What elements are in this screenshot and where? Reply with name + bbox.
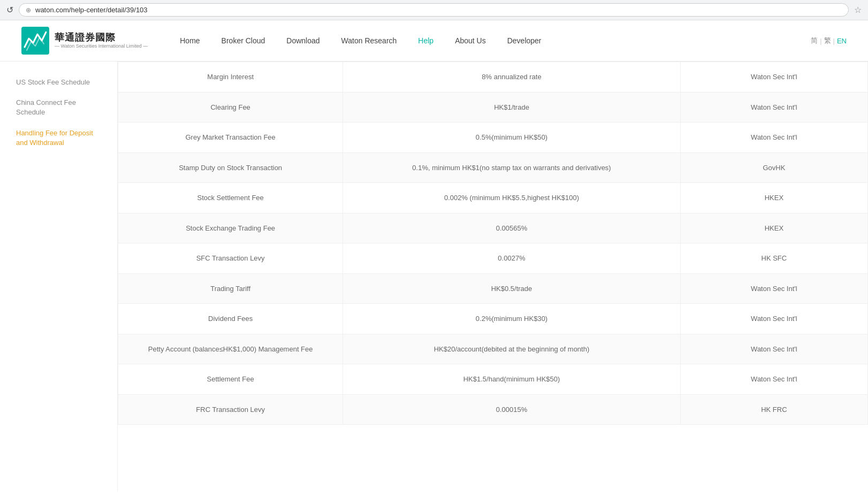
lang-traditional[interactable]: 繁	[824, 36, 831, 45]
rate-cell: HK$0.5/trade	[343, 273, 680, 304]
table-row: FRC Transaction Levy0.00015%HK FRC	[118, 394, 868, 425]
table-row: Stamp Duty on Stock Transaction0.1%, min…	[118, 152, 868, 183]
charged-by-cell: Waton Sec Int'l	[680, 123, 867, 153]
table-row: Grey Market Transaction Fee0.5%(minimum …	[118, 123, 868, 153]
nav-waton-research[interactable]: Waton Research	[341, 36, 397, 45]
rate-cell: 0.1%, minimum HK$1(no stamp tax on warra…	[343, 152, 680, 183]
svg-rect-0	[21, 27, 49, 55]
table-row: Clearing FeeHK$1/tradeWaton Sec Int'l	[118, 92, 868, 123]
table-row: Trading TariffHK$0.5/tradeWaton Sec Int'…	[118, 273, 868, 304]
rate-cell: 0.00015%	[343, 394, 680, 425]
table-row: Stock Settlement Fee0.002% (minimum HK$5…	[118, 183, 868, 213]
charged-by-cell: Waton Sec Int'l	[680, 334, 867, 364]
charged-by-cell: Waton Sec Int'l	[680, 92, 867, 123]
fee-type-cell: FRC Transaction Levy	[118, 394, 343, 425]
charged-by-cell: Waton Sec Int'l	[680, 62, 867, 93]
logo-english: — Waton Securities International Limited…	[55, 43, 148, 49]
table-area: Margin Interest8% annualized rateWaton S…	[118, 62, 868, 491]
fee-type-cell: Stamp Duty on Stock Transaction	[118, 152, 343, 183]
charged-by-cell: HK FRC	[680, 394, 867, 425]
table-row: Settlement FeeHK$1.5/hand(minimum HK$50)…	[118, 364, 868, 395]
browser-bar: ↺ ⊕ waton.com/help-center/detail/39/103 …	[0, 0, 868, 20]
lang-divider2: |	[833, 37, 835, 45]
nav-help[interactable]: Help	[418, 36, 433, 45]
secure-icon: ⊕	[26, 6, 31, 14]
main-content: US Stock Fee Schedule China Connect Fee …	[0, 62, 868, 491]
charged-by-cell: Waton Sec Int'l	[680, 304, 867, 334]
fee-type-cell: Grey Market Transaction Fee	[118, 123, 343, 153]
language-switcher: 简 | 繁 | EN	[811, 36, 847, 45]
fee-type-cell: Petty Account (balance≤HK$1,000) Managem…	[118, 334, 343, 364]
bookmark-icon[interactable]: ☆	[854, 5, 862, 15]
table-row: Petty Account (balance≤HK$1,000) Managem…	[118, 334, 868, 364]
fee-type-cell: Clearing Fee	[118, 92, 343, 123]
reload-icon[interactable]: ↺	[6, 5, 13, 15]
rate-cell: 0.5%(minimum HK$50)	[343, 123, 680, 153]
table-row: SFC Transaction Levy0.0027%HK SFC	[118, 243, 868, 274]
rate-cell: 0.00565%	[343, 213, 680, 243]
rate-cell: 0.2%(minimum HK$30)	[343, 304, 680, 334]
sidebar-item-us-stock[interactable]: US Stock Fee Schedule	[16, 78, 106, 87]
table-row: Margin Interest8% annualized rateWaton S…	[118, 62, 868, 93]
rate-cell: HK$1.5/hand(minimum HK$50)	[343, 364, 680, 395]
fee-type-cell: Settlement Fee	[118, 364, 343, 395]
charged-by-cell: Waton Sec Int'l	[680, 364, 867, 395]
fee-table: Margin Interest8% annualized rateWaton S…	[118, 62, 868, 425]
charged-by-cell: HK SFC	[680, 243, 867, 274]
charged-by-cell: Waton Sec Int'l	[680, 273, 867, 304]
rate-cell: 0.0027%	[343, 243, 680, 274]
rate-cell: 8% annualized rate	[343, 62, 680, 93]
charged-by-cell: HKEX	[680, 183, 867, 213]
nav-download[interactable]: Download	[286, 36, 319, 45]
nav-about-us[interactable]: About Us	[455, 36, 486, 45]
logo-text: 華通證券國際 — Waton Securities International …	[55, 32, 148, 49]
table-row: Stock Exchange Trading Fee0.00565%HKEX	[118, 213, 868, 243]
address-bar[interactable]: ⊕ waton.com/help-center/detail/39/103	[19, 3, 849, 17]
lang-divider: |	[820, 37, 821, 45]
nav-developer[interactable]: Developer	[507, 36, 542, 45]
fee-type-cell: Dividend Fees	[118, 304, 343, 334]
sidebar-item-handling-fee[interactable]: Handling Fee for Deposit and Withdrawal	[16, 128, 106, 148]
fee-type-cell: SFC Transaction Levy	[118, 243, 343, 274]
lang-english[interactable]: EN	[837, 37, 847, 45]
charged-by-cell: HKEX	[680, 213, 867, 243]
fee-type-cell: Margin Interest	[118, 62, 343, 93]
rate-cell: HK$1/trade	[343, 92, 680, 123]
sidebar: US Stock Fee Schedule China Connect Fee …	[0, 62, 118, 491]
fee-type-cell: Stock Exchange Trading Fee	[118, 213, 343, 243]
rate-cell: HK$20/account(debited at the beginning o…	[343, 334, 680, 364]
fee-type-cell: Trading Tariff	[118, 273, 343, 304]
lang-simplified[interactable]: 简	[811, 36, 818, 45]
nav-broker-cloud[interactable]: Broker Cloud	[222, 36, 265, 45]
rate-cell: 0.002% (minimum HK$5.5,highest HK$100)	[343, 183, 680, 213]
logo-chinese: 華通證券國際	[55, 32, 148, 44]
nav-home[interactable]: Home	[180, 36, 200, 45]
logo-area: 華通證券國際 — Waton Securities International …	[21, 27, 148, 55]
table-row: Dividend Fees0.2%(minimum HK$30)Waton Se…	[118, 304, 868, 334]
charged-by-cell: GovHK	[680, 152, 867, 183]
site-header: 華通證券國際 — Waton Securities International …	[0, 20, 868, 62]
sidebar-item-china-connect[interactable]: China Connect Fee Schedule	[16, 98, 106, 117]
main-nav: Home Broker Cloud Download Waton Researc…	[180, 36, 811, 45]
logo-icon	[21, 27, 49, 55]
fee-type-cell: Stock Settlement Fee	[118, 183, 343, 213]
url-text: waton.com/help-center/detail/39/103	[35, 6, 842, 14]
